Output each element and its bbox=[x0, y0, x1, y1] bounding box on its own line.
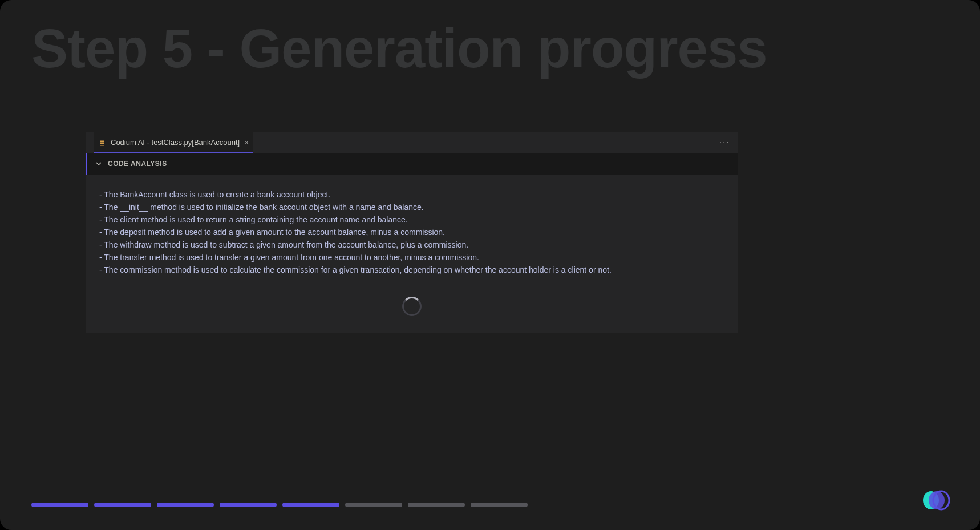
analysis-line: - The deposit method is used to add a gi… bbox=[99, 226, 724, 238]
progress-segment-done[interactable] bbox=[31, 503, 88, 507]
codium-logo bbox=[918, 489, 953, 512]
app-viewport: Step 5 - Generation progress Codium AI -… bbox=[0, 0, 980, 530]
code-analysis-body: - The BankAccount class is used to creat… bbox=[86, 175, 738, 286]
code-analysis-header[interactable]: CODE ANALYSIS bbox=[86, 153, 738, 175]
progress-segment-done[interactable] bbox=[94, 503, 151, 507]
svg-rect-0 bbox=[100, 140, 104, 141]
progress-bar bbox=[31, 503, 528, 507]
tab-overflow-menu[interactable]: ··· bbox=[719, 137, 730, 148]
close-icon[interactable]: × bbox=[244, 138, 249, 147]
section-title: CODE ANALYSIS bbox=[108, 160, 167, 168]
spinner-icon bbox=[402, 297, 422, 316]
file-icon bbox=[98, 139, 106, 147]
analysis-line: - The commission method is used to calcu… bbox=[99, 264, 724, 276]
analysis-line: - The transfer method is used to transfe… bbox=[99, 251, 724, 264]
analysis-line: - The BankAccount class is used to creat… bbox=[99, 188, 724, 201]
loading-area bbox=[86, 286, 738, 333]
progress-segment-done[interactable] bbox=[282, 503, 339, 507]
svg-rect-2 bbox=[100, 143, 104, 144]
progress-segment-pending[interactable] bbox=[408, 503, 465, 507]
tab-bar: Codium AI - testClass.py[BankAccount] × … bbox=[86, 132, 738, 153]
svg-rect-3 bbox=[100, 145, 104, 146]
tab-codium[interactable]: Codium AI - testClass.py[BankAccount] × bbox=[94, 132, 253, 153]
analysis-line: - The client method is used to return a … bbox=[99, 213, 724, 226]
chevron-down-icon bbox=[95, 160, 102, 167]
progress-segment-pending[interactable] bbox=[471, 503, 528, 507]
editor-panel: Codium AI - testClass.py[BankAccount] × … bbox=[86, 132, 738, 333]
progress-segment-done[interactable] bbox=[157, 503, 214, 507]
analysis-line: - The withdraw method is used to subtrac… bbox=[99, 238, 724, 251]
svg-rect-1 bbox=[100, 141, 104, 143]
progress-segment-done[interactable] bbox=[220, 503, 277, 507]
page-title: Step 5 - Generation progress bbox=[31, 17, 767, 80]
tab-label: Codium AI - testClass.py[BankAccount] bbox=[111, 138, 240, 147]
progress-segment-pending[interactable] bbox=[345, 503, 402, 507]
analysis-line: - The __init__ method is used to initial… bbox=[99, 201, 724, 213]
